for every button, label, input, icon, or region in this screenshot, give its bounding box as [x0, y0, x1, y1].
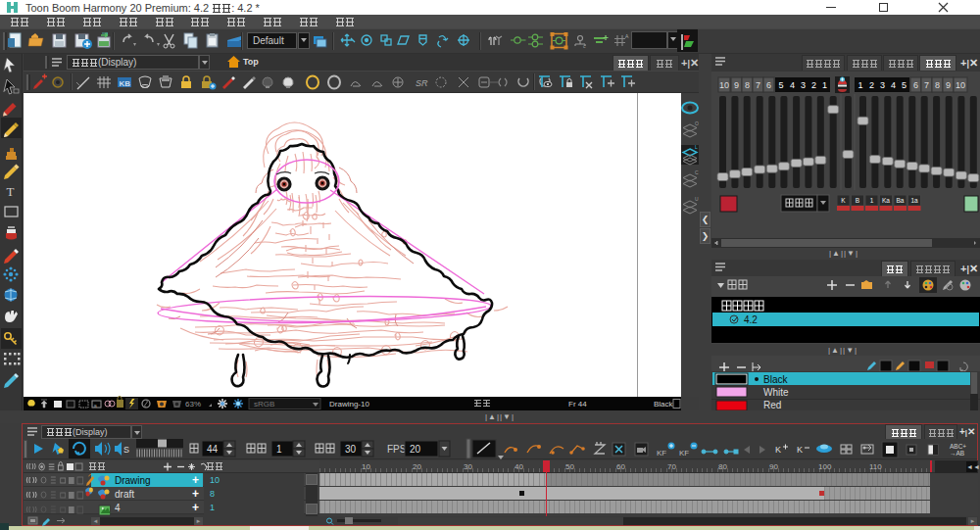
svg-text:L: L	[695, 144, 698, 150]
svg-text:2: 2	[869, 80, 874, 90]
svg-text:5: 5	[778, 80, 783, 90]
svg-text:1a: 1a	[910, 197, 918, 204]
svg-text:30: 30	[345, 444, 357, 455]
svg-text:K: K	[841, 197, 846, 204]
svg-text:Black: Black	[654, 400, 674, 409]
svg-text:7: 7	[924, 80, 929, 90]
svg-text:|▲||▼|: |▲||▼|	[828, 346, 858, 355]
svg-text:9: 9	[946, 80, 951, 90]
svg-text:1: 1	[822, 80, 827, 90]
svg-text:10: 10	[956, 80, 965, 90]
svg-text:KF: KF	[657, 449, 666, 458]
svg-text:4: 4	[790, 80, 795, 90]
svg-text:8: 8	[935, 80, 940, 90]
svg-text:Red: Red	[763, 400, 781, 410]
svg-text:S: S	[123, 445, 129, 455]
svg-text:63%: 63%	[185, 400, 201, 409]
svg-text:K: K	[775, 445, 781, 455]
svg-text:→AB: →AB	[950, 450, 964, 457]
svg-text:Black: Black	[763, 374, 788, 385]
svg-text:1: 1	[870, 197, 874, 204]
svg-text:3: 3	[801, 80, 806, 90]
svg-text:Ka: Ka	[882, 197, 890, 204]
svg-text:KF: KF	[679, 449, 689, 458]
svg-text:T: T	[7, 184, 15, 199]
svg-text:6: 6	[913, 80, 918, 90]
svg-text:3: 3	[880, 80, 885, 90]
svg-text:Ba: Ba	[897, 197, 905, 204]
svg-text:A: A	[625, 33, 629, 39]
svg-text:9: 9	[734, 80, 739, 90]
svg-text:ABC+: ABC+	[950, 443, 966, 450]
svg-text:SR: SR	[416, 78, 428, 88]
svg-text:1: 1	[858, 80, 862, 90]
svg-text:KB: KB	[120, 79, 131, 88]
svg-text:B: B	[856, 197, 859, 204]
svg-text:5: 5	[902, 80, 906, 90]
svg-text:1: 1	[276, 444, 282, 455]
svg-text:10: 10	[719, 80, 729, 90]
svg-text:4: 4	[891, 80, 896, 90]
svg-text:FPS: FPS	[387, 444, 407, 455]
svg-text:White: White	[763, 387, 789, 398]
svg-text:sRGB: sRGB	[254, 400, 274, 409]
svg-text:K: K	[797, 445, 803, 455]
svg-text:Drawing-10: Drawing-10	[329, 400, 369, 409]
svg-text:Fr 44: Fr 44	[568, 400, 587, 409]
svg-text:8: 8	[745, 80, 750, 90]
svg-text:44: 44	[207, 444, 219, 455]
svg-text:6: 6	[766, 80, 771, 90]
svg-text:2: 2	[811, 80, 816, 90]
svg-text:4.2: 4.2	[744, 314, 758, 325]
svg-text:20: 20	[410, 444, 421, 455]
svg-text:7: 7	[756, 80, 760, 90]
